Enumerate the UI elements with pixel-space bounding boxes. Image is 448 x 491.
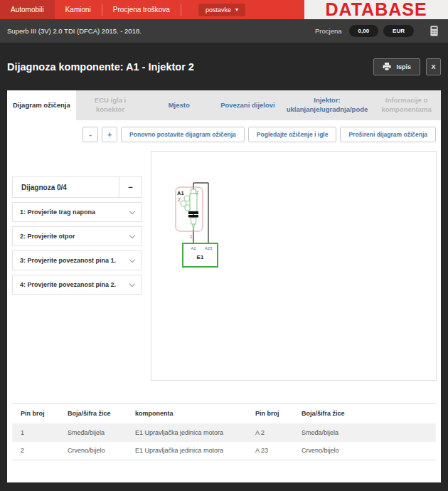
tab-injektor-uklanjanje[interactable]: Injektor: uklanjanje/ugradnja/pode xyxy=(282,90,373,120)
tab-informacije-o-komponentama: Informacije o komponentama xyxy=(372,90,441,120)
col-header-komponenta: komponenta xyxy=(127,404,247,423)
settings-dropdown-button[interactable]: postavke ▾ xyxy=(198,4,245,16)
calculator-icon[interactable] xyxy=(430,26,438,36)
col-header-pin-broj-1: Pin broj xyxy=(12,404,59,423)
print-button[interactable]: Ispis xyxy=(373,58,420,75)
wiring-diagram-canvas[interactable]: A1 2 2 1 A2 A23 E1 xyxy=(151,151,437,381)
reset-diagram-button[interactable]: Ponovno postavite dijagram ožičenja xyxy=(121,127,245,142)
chevron-down-icon: ▾ xyxy=(235,7,238,13)
diagnosis-header: Dijagnoza 0/4 − xyxy=(12,176,142,198)
close-icon: X xyxy=(431,63,435,70)
pin-bottom-label: 1 xyxy=(190,234,193,239)
vehicle-bar: Superb III (3V) 2.0 TDI (DFCA) 2015. - 2… xyxy=(0,19,448,43)
cell-pin: A 23 xyxy=(247,442,293,460)
brand-logo-text: DATABASE xyxy=(325,1,427,19)
zoom-in-button[interactable]: + xyxy=(102,127,117,142)
zoom-out-button[interactable]: - xyxy=(82,127,98,142)
diagnosis-step-3[interactable]: 3: Provjerite povezanost pina 1. xyxy=(12,250,142,270)
diagram-toolbar: - + Ponovno postavite dijagram ožičenja … xyxy=(7,127,436,142)
cell-wire-color: Smeđa/bijela xyxy=(59,423,127,442)
diagnosis-step-1[interactable]: 1: Provjerite trag napona xyxy=(12,202,142,222)
component-pin-count-label: 2 xyxy=(178,197,181,202)
currency-badge[interactable]: EUR xyxy=(383,25,414,37)
close-button[interactable]: X xyxy=(426,58,441,75)
tab-mjesto[interactable]: Mjesto xyxy=(144,90,213,120)
diagnosis-step-4[interactable]: 4: Provjerite povezanost pina 2. xyxy=(12,275,142,295)
dialog-header: Dijagnoza komponente: A1 - Injektor 2 Is… xyxy=(7,43,441,90)
brand-logo: DATABASE xyxy=(304,0,448,19)
minus-icon: − xyxy=(128,183,132,191)
col-header-boja-2: Boja/šifra žice xyxy=(293,404,436,423)
ecu-pin-a2-label: A2 xyxy=(191,246,196,250)
cell-pin: 2 xyxy=(12,442,59,460)
nav-item-automobili[interactable]: Automobili xyxy=(0,0,55,19)
cell-wire-color: Crveno/bijelo xyxy=(59,442,127,460)
diagnosis-step-label: 3: Provjerite povezanost pina 1. xyxy=(20,257,116,264)
vehicle-name: Superb III (3V) 2.0 TDI (DFCA) 2015. - 2… xyxy=(7,27,142,35)
printer-icon xyxy=(383,63,391,70)
col-header-boja-1: Boja/šifra žice xyxy=(59,404,127,423)
ecu-id-label: E1 xyxy=(197,254,204,260)
tab-dijagram-ozicenja[interactable]: Dijagram ožičenja xyxy=(7,90,76,120)
estimate-value-badge[interactable]: 0,00 xyxy=(349,25,379,37)
chevron-down-icon xyxy=(129,232,135,238)
tab-ecu-igla-i-konektor: ECU igla i konektor xyxy=(76,90,145,120)
diagnosis-header-label: Dijagnoza 0/4 xyxy=(13,184,119,191)
chevron-down-icon xyxy=(129,256,135,262)
cell-component: E1 Upravljačka jedinica motora xyxy=(127,442,247,460)
nav-separator xyxy=(181,4,181,16)
diagnosis-step-label: 1: Provjerite trag napona xyxy=(20,208,95,216)
cell-wire-color: Crveno/bijelo xyxy=(293,442,436,460)
cell-pin: 1 xyxy=(12,423,59,442)
diagnosis-step-label: 4: Provjerite povezanost pina 2. xyxy=(20,281,116,288)
tab-povezani-dijelovi[interactable]: Povezani dijelovi xyxy=(213,90,282,120)
diagnosis-step-label: 2: Provjerite otpor xyxy=(20,233,75,240)
table-row[interactable]: 1 Smeđa/bijela E1 Upravljačka jedinica m… xyxy=(12,423,436,442)
cell-pin: A 2 xyxy=(247,423,293,442)
estimate-label: Procjena xyxy=(315,27,342,35)
col-header-pin-broj-2: Pin broj xyxy=(247,404,293,423)
pin-table-header-row: Pin broj Boja/šifra žice komponenta Pin … xyxy=(12,404,436,423)
nav-item-procjena-troskova[interactable]: Procjena troškova xyxy=(102,0,181,19)
collapse-button[interactable]: − xyxy=(119,177,142,197)
pin-table: Pin broj Boja/šifra žice komponenta Pin … xyxy=(12,403,436,460)
diagnosis-step-2[interactable]: 2: Provjerite otpor xyxy=(12,226,142,246)
nav-item-kamioni[interactable]: Kamioni xyxy=(55,0,102,19)
cell-wire-color: Smeđa/bijela xyxy=(293,423,436,442)
main-panel: Dijagram ožičenja ECU igla i konektor Mj… xyxy=(7,90,441,482)
component-id-label: A1 xyxy=(177,190,184,196)
table-row[interactable]: 2 Crveno/bijelo E1 Upravljačka jedinica … xyxy=(12,442,436,460)
extended-diagram-button[interactable]: Prošireni dijagram ožičenja xyxy=(340,127,436,142)
settings-label: postavke xyxy=(206,6,231,14)
ecu-pin-a23-label: A23 xyxy=(205,246,213,250)
diagnosis-accordion: Dijagnoza 0/4 − 1: Provjerite trag napon… xyxy=(12,176,142,295)
cell-component: E1 Upravljačka jedinica motora xyxy=(127,423,247,442)
print-button-label: Ispis xyxy=(396,63,411,70)
tab-strip: Dijagram ožičenja ECU igla i konektor Mj… xyxy=(7,90,441,120)
view-wiring-pins-button[interactable]: Pogledajte ožičenje i igle xyxy=(248,127,337,142)
wiring-diagram-svg: A1 2 2 1 A2 A23 E1 xyxy=(151,152,437,381)
chevron-down-icon xyxy=(129,208,135,213)
page-title: Dijagnoza komponente: A1 - Injektor 2 xyxy=(7,61,373,73)
top-nav: Automobili Kamioni Procjena troškova pos… xyxy=(0,0,448,19)
pin-top-label: 2 xyxy=(196,190,199,195)
chevron-down-icon xyxy=(129,280,135,286)
